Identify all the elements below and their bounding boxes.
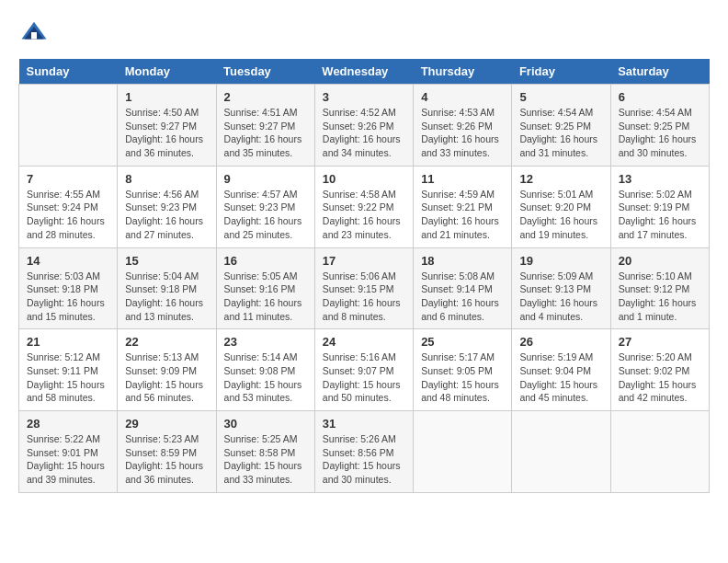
day-number: 26 [519, 335, 602, 349]
day-number: 13 [619, 172, 701, 186]
calendar-cell: 23Sunrise: 5:14 AM Sunset: 9:08 PM Dayli… [216, 329, 314, 411]
logo-mark [18, 18, 48, 50]
week-row-2: 7Sunrise: 4:55 AM Sunset: 9:24 PM Daylig… [19, 166, 710, 247]
calendar-cell [414, 411, 512, 493]
day-info: Sunrise: 4:54 AM Sunset: 9:25 PM Dayligh… [519, 106, 602, 160]
calendar-table: SundayMondayTuesdayWednesdayThursdayFrid… [18, 59, 710, 493]
calendar-cell: 17Sunrise: 5:06 AM Sunset: 9:15 PM Dayli… [314, 247, 413, 329]
calendar-cell: 16Sunrise: 5:05 AM Sunset: 9:16 PM Dayli… [216, 247, 314, 329]
day-number: 25 [421, 335, 504, 349]
calendar-cell [512, 411, 610, 493]
header-day-friday: Friday [512, 59, 610, 85]
day-number: 20 [619, 254, 701, 268]
calendar-cell: 4Sunrise: 4:53 AM Sunset: 9:26 PM Daylig… [414, 85, 512, 167]
calendar-cell: 5Sunrise: 4:54 AM Sunset: 9:25 PM Daylig… [512, 85, 610, 167]
day-info: Sunrise: 4:52 AM Sunset: 9:26 PM Dayligh… [323, 106, 405, 160]
calendar-cell: 27Sunrise: 5:20 AM Sunset: 9:02 PM Dayli… [610, 329, 709, 411]
day-info: Sunrise: 5:05 AM Sunset: 9:16 PM Dayligh… [224, 270, 307, 324]
day-number: 14 [27, 254, 109, 268]
calendar-cell: 18Sunrise: 5:08 AM Sunset: 9:14 PM Dayli… [414, 247, 512, 329]
header-day-tuesday: Tuesday [216, 59, 314, 85]
day-info: Sunrise: 4:58 AM Sunset: 9:22 PM Dayligh… [323, 188, 405, 242]
calendar-cell: 3Sunrise: 4:52 AM Sunset: 9:26 PM Daylig… [314, 85, 413, 167]
calendar-cell: 11Sunrise: 4:59 AM Sunset: 9:21 PM Dayli… [414, 166, 512, 247]
day-number: 12 [519, 172, 602, 186]
header-day-monday: Monday [118, 59, 216, 85]
day-number: 28 [27, 417, 109, 431]
day-number: 9 [224, 172, 307, 186]
day-info: Sunrise: 5:08 AM Sunset: 9:14 PM Dayligh… [421, 270, 504, 324]
day-number: 31 [323, 417, 405, 431]
day-info: Sunrise: 5:17 AM Sunset: 9:05 PM Dayligh… [421, 350, 504, 405]
day-number: 15 [125, 254, 208, 268]
calendar-cell: 9Sunrise: 4:57 AM Sunset: 9:23 PM Daylig… [216, 166, 314, 247]
svg-rect-2 [31, 32, 37, 40]
day-info: Sunrise: 4:57 AM Sunset: 9:23 PM Dayligh… [224, 188, 307, 242]
calendar-cell: 22Sunrise: 5:13 AM Sunset: 9:09 PM Dayli… [118, 329, 216, 411]
day-info: Sunrise: 5:23 AM Sunset: 8:59 PM Dayligh… [125, 432, 208, 487]
header-day-sunday: Sunday [19, 59, 118, 85]
header-day-saturday: Saturday [610, 59, 709, 85]
calendar-cell [610, 411, 709, 493]
calendar-body: 1Sunrise: 4:50 AM Sunset: 9:27 PM Daylig… [19, 85, 710, 493]
header-day-thursday: Thursday [414, 59, 512, 85]
calendar-cell: 1Sunrise: 4:50 AM Sunset: 9:27 PM Daylig… [118, 85, 216, 167]
week-row-3: 14Sunrise: 5:03 AM Sunset: 9:18 PM Dayli… [19, 247, 710, 329]
day-number: 24 [323, 335, 405, 349]
calendar-cell: 28Sunrise: 5:22 AM Sunset: 9:01 PM Dayli… [19, 411, 118, 493]
day-number: 3 [323, 90, 405, 104]
day-info: Sunrise: 5:13 AM Sunset: 9:09 PM Dayligh… [125, 350, 208, 405]
day-info: Sunrise: 5:22 AM Sunset: 9:01 PM Dayligh… [27, 432, 109, 487]
day-number: 23 [224, 335, 307, 349]
day-info: Sunrise: 5:03 AM Sunset: 9:18 PM Dayligh… [27, 270, 109, 324]
header [18, 18, 710, 50]
day-number: 17 [323, 254, 405, 268]
calendar-cell: 6Sunrise: 4:54 AM Sunset: 9:25 PM Daylig… [610, 85, 709, 167]
day-number: 29 [125, 417, 208, 431]
week-row-1: 1Sunrise: 4:50 AM Sunset: 9:27 PM Daylig… [19, 85, 710, 167]
day-number: 8 [125, 172, 208, 186]
calendar-cell: 19Sunrise: 5:09 AM Sunset: 9:13 PM Dayli… [512, 247, 610, 329]
day-info: Sunrise: 4:51 AM Sunset: 9:27 PM Dayligh… [224, 106, 307, 160]
day-info: Sunrise: 5:06 AM Sunset: 9:15 PM Dayligh… [323, 270, 405, 324]
calendar-cell: 24Sunrise: 5:16 AM Sunset: 9:07 PM Dayli… [314, 329, 413, 411]
header-day-wednesday: Wednesday [314, 59, 413, 85]
day-info: Sunrise: 5:26 AM Sunset: 8:56 PM Dayligh… [323, 432, 405, 487]
day-info: Sunrise: 4:55 AM Sunset: 9:24 PM Dayligh… [27, 188, 109, 242]
day-info: Sunrise: 4:54 AM Sunset: 9:25 PM Dayligh… [619, 106, 701, 160]
calendar-header: SundayMondayTuesdayWednesdayThursdayFrid… [19, 59, 710, 85]
day-info: Sunrise: 5:09 AM Sunset: 9:13 PM Dayligh… [519, 270, 602, 324]
calendar-cell [19, 85, 118, 167]
day-number: 5 [519, 90, 602, 104]
day-number: 16 [224, 254, 307, 268]
day-number: 18 [421, 254, 504, 268]
day-info: Sunrise: 5:16 AM Sunset: 9:07 PM Dayligh… [323, 350, 405, 405]
day-info: Sunrise: 5:25 AM Sunset: 8:58 PM Dayligh… [224, 432, 307, 487]
day-number: 6 [619, 90, 701, 104]
calendar-cell: 14Sunrise: 5:03 AM Sunset: 9:18 PM Dayli… [19, 247, 118, 329]
calendar-cell: 26Sunrise: 5:19 AM Sunset: 9:04 PM Dayli… [512, 329, 610, 411]
day-info: Sunrise: 4:50 AM Sunset: 9:27 PM Dayligh… [125, 106, 208, 160]
day-number: 22 [125, 335, 208, 349]
day-info: Sunrise: 5:19 AM Sunset: 9:04 PM Dayligh… [519, 350, 602, 405]
day-info: Sunrise: 5:04 AM Sunset: 9:18 PM Dayligh… [125, 270, 208, 324]
calendar-cell: 29Sunrise: 5:23 AM Sunset: 8:59 PM Dayli… [118, 411, 216, 493]
day-info: Sunrise: 4:56 AM Sunset: 9:23 PM Dayligh… [125, 188, 208, 242]
day-info: Sunrise: 5:12 AM Sunset: 9:11 PM Dayligh… [27, 350, 109, 405]
day-number: 21 [27, 335, 109, 349]
calendar-cell: 15Sunrise: 5:04 AM Sunset: 9:18 PM Dayli… [118, 247, 216, 329]
day-info: Sunrise: 5:01 AM Sunset: 9:20 PM Dayligh… [519, 188, 602, 242]
day-number: 4 [421, 90, 504, 104]
calendar-cell: 20Sunrise: 5:10 AM Sunset: 9:12 PM Dayli… [610, 247, 709, 329]
day-info: Sunrise: 5:14 AM Sunset: 9:08 PM Dayligh… [224, 350, 307, 405]
calendar-cell: 30Sunrise: 5:25 AM Sunset: 8:58 PM Dayli… [216, 411, 314, 493]
day-info: Sunrise: 5:02 AM Sunset: 9:19 PM Dayligh… [619, 188, 701, 242]
day-info: Sunrise: 4:53 AM Sunset: 9:26 PM Dayligh… [421, 106, 504, 160]
day-number: 7 [27, 172, 109, 186]
day-info: Sunrise: 4:59 AM Sunset: 9:21 PM Dayligh… [421, 188, 504, 242]
day-number: 19 [519, 254, 602, 268]
week-row-5: 28Sunrise: 5:22 AM Sunset: 9:01 PM Dayli… [19, 411, 710, 493]
day-number: 2 [224, 90, 307, 104]
week-row-4: 21Sunrise: 5:12 AM Sunset: 9:11 PM Dayli… [19, 329, 710, 411]
calendar-cell: 10Sunrise: 4:58 AM Sunset: 9:22 PM Dayli… [314, 166, 413, 247]
